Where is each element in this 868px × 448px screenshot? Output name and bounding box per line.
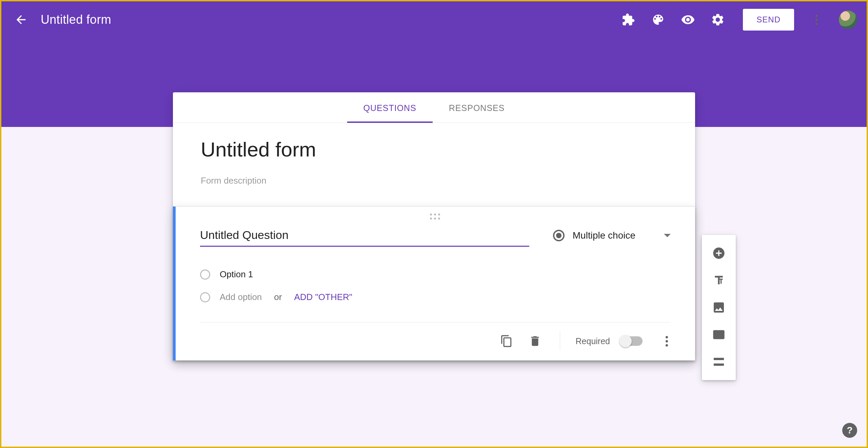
question-more-button[interactable]: [663, 333, 671, 349]
add-section-button[interactable]: [705, 348, 732, 375]
send-button[interactable]: SEND: [743, 9, 794, 31]
puzzle-icon: [622, 13, 635, 26]
dropdown-caret-icon: [664, 234, 671, 237]
required-label: Required: [576, 336, 610, 346]
question-title-input[interactable]: [200, 228, 529, 247]
form-description-input[interactable]: Form description: [201, 175, 667, 186]
theme-button[interactable]: [646, 7, 670, 32]
divider: [560, 332, 560, 350]
text-icon: [712, 274, 726, 287]
tab-responses[interactable]: RESPONSES: [433, 92, 521, 123]
radio-empty-icon: [200, 292, 210, 302]
option-label[interactable]: Option 1: [220, 269, 253, 280]
form-header-section[interactable]: Untitled form Form description: [173, 123, 695, 206]
palette-icon: [651, 13, 665, 26]
image-icon: [712, 301, 726, 314]
floating-toolbar: [702, 235, 736, 380]
duplicate-button[interactable]: [497, 332, 516, 350]
back-button[interactable]: [11, 10, 31, 30]
app-header: Untitled form SEND: [1, 1, 867, 38]
plus-circle-icon: [712, 246, 726, 260]
add-question-button[interactable]: [705, 240, 732, 267]
add-option-row: Add option or ADD "OTHER": [200, 286, 671, 309]
addons-button[interactable]: [616, 7, 640, 32]
delete-button[interactable]: [526, 332, 544, 350]
add-video-button[interactable]: [705, 321, 732, 348]
question-type-label: Multiple choice: [573, 230, 649, 241]
radio-filled-icon: [553, 230, 565, 241]
form-title-header[interactable]: Untitled form: [41, 13, 111, 27]
more-menu-button[interactable]: [804, 7, 829, 32]
add-image-button[interactable]: [705, 294, 732, 321]
form-container: QUESTIONS RESPONSES Untitled form Form d…: [173, 92, 695, 360]
copy-icon: [500, 335, 513, 348]
video-icon: [712, 328, 726, 341]
account-avatar[interactable]: [839, 11, 857, 29]
or-label: or: [274, 292, 282, 302]
add-title-button[interactable]: [705, 267, 732, 294]
gear-icon: [711, 13, 725, 27]
tab-questions[interactable]: QUESTIONS: [347, 92, 433, 123]
form-title-input[interactable]: Untitled form: [201, 138, 667, 161]
add-other-button[interactable]: ADD "OTHER": [294, 292, 352, 302]
section-icon: [712, 355, 726, 369]
option-row[interactable]: Option 1: [200, 263, 671, 286]
form-tabs: QUESTIONS RESPONSES: [173, 92, 695, 123]
required-toggle[interactable]: [620, 336, 643, 346]
form-card: QUESTIONS RESPONSES Untitled form Form d…: [173, 92, 695, 360]
eye-icon: [681, 13, 695, 27]
question-type-select[interactable]: Multiple choice: [553, 228, 671, 241]
preview-button[interactable]: [676, 7, 700, 32]
add-option-button[interactable]: Add option: [220, 292, 262, 302]
radio-empty-icon: [200, 269, 210, 280]
question-footer: Required: [200, 322, 671, 360]
drag-handle-icon[interactable]: [430, 213, 441, 220]
help-button[interactable]: ?: [842, 423, 857, 438]
settings-button[interactable]: [706, 7, 730, 32]
trash-icon: [529, 335, 541, 348]
question-options: Option 1 Add option or ADD "OTHER": [200, 247, 671, 309]
question-card[interactable]: Multiple choice Option 1 Add option or A…: [173, 206, 695, 360]
arrow-back-icon: [14, 13, 28, 26]
more-vert-icon: [813, 12, 821, 28]
